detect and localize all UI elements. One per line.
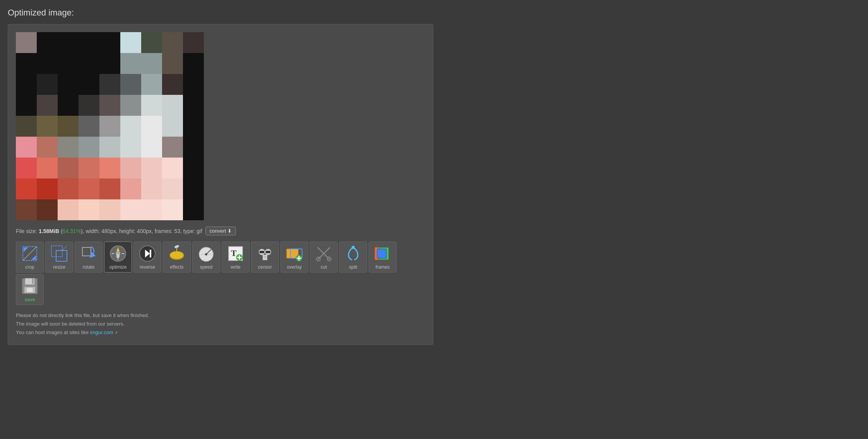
pixel-cell (79, 116, 99, 137)
pixel-cell (120, 116, 141, 137)
tool-resize-button[interactable]: resize (45, 242, 73, 273)
pixel-cell (183, 53, 204, 74)
pixel-cell (162, 178, 183, 199)
pixel-cell (99, 178, 120, 199)
pixel-cell (141, 199, 162, 220)
svg-rect-57 (27, 288, 33, 292)
tool-reverse-label: reverse (140, 264, 155, 270)
pixel-cell (79, 158, 99, 178)
pixel-cell (162, 95, 183, 116)
tool-save-button[interactable]: save (16, 274, 44, 305)
pixel-cell (58, 199, 79, 220)
pixel-cell (16, 74, 37, 95)
pixel-cell (79, 53, 99, 74)
tool-split-label: split (349, 264, 357, 270)
overlay-icon (285, 244, 304, 263)
pixel-cell (162, 199, 183, 220)
pixel-cell (183, 74, 204, 95)
pixel-cell (99, 116, 120, 137)
svg-rect-37 (266, 251, 270, 253)
pixel-cell (99, 158, 120, 178)
svg-point-23 (174, 245, 179, 249)
pixel-cell (99, 53, 120, 74)
svg-point-21 (170, 251, 184, 259)
pixel-cell (79, 199, 99, 220)
svg-point-15 (116, 254, 120, 258)
pixel-cell (120, 178, 141, 199)
optimize-icon (109, 244, 127, 263)
tool-censor-button[interactable]: censor (251, 242, 279, 273)
image-type: gif (196, 228, 202, 234)
tools-row: cropresizerotateoptimizereverseeffectssp… (16, 242, 425, 305)
tool-effects-button[interactable]: effects (163, 242, 191, 273)
notice-line2: The image will soon be deleted from our … (16, 320, 425, 328)
notice-text: Please do not directly link this file, b… (16, 311, 425, 337)
pixel-cell (183, 178, 204, 199)
svg-rect-55 (32, 278, 34, 284)
pixel-cell (183, 137, 204, 158)
pixel-cell (37, 32, 58, 53)
crop-icon (21, 244, 39, 263)
convert-button[interactable]: convert ⬇ (205, 226, 236, 235)
pixel-cell (141, 178, 162, 199)
pixel-cell (183, 158, 204, 178)
tool-overlay-label: overlay (287, 264, 302, 270)
tool-frames-button[interactable]: frames (369, 242, 396, 273)
svg-rect-52 (377, 249, 386, 258)
tool-optimize-button[interactable]: optimize (104, 242, 132, 273)
pixel-cell (58, 137, 79, 158)
effects-icon (167, 244, 186, 263)
pixel-cell (183, 199, 204, 220)
tool-speed-button[interactable]: speed (192, 242, 220, 273)
optimized-image (16, 32, 204, 220)
pixel-cell (120, 158, 141, 178)
pixel-cell (183, 32, 204, 53)
page-title: Optimized image: (8, 8, 860, 18)
tool-save-label: save (25, 297, 35, 302)
tool-resize-label: resize (53, 264, 65, 270)
split-icon (344, 244, 362, 263)
svg-marker-3 (31, 255, 36, 260)
write-icon: T (226, 244, 245, 263)
pixel-cell (120, 95, 141, 116)
pixel-cell (37, 178, 58, 199)
tool-cut-button[interactable]: cut (310, 242, 338, 273)
tool-speed-label: speed (200, 264, 213, 270)
size-reduction: 64.31% (63, 228, 81, 234)
tool-overlay-button[interactable]: overlay (280, 242, 308, 273)
pixel-cell (58, 74, 79, 95)
tool-cut-label: cut (321, 264, 327, 270)
svg-rect-5 (56, 250, 67, 261)
pixel-cell (16, 199, 37, 220)
tool-censor-label: censor (258, 264, 272, 270)
pixel-cell (16, 53, 37, 74)
pixel-cell (58, 53, 79, 74)
pixel-cell (120, 53, 141, 74)
imgur-link[interactable]: imgur.com (90, 329, 113, 335)
pixel-cell (79, 178, 99, 199)
tool-write-button[interactable]: Twrite (222, 242, 249, 273)
frame-count: 53 (174, 228, 180, 234)
tool-effects-label: effects (170, 264, 183, 270)
tool-split-button[interactable]: split (339, 242, 367, 273)
tool-write-label: write (231, 264, 240, 270)
pixel-cell (141, 32, 162, 53)
external-link-icon: ↗ (114, 331, 118, 335)
svg-rect-36 (260, 251, 264, 253)
svg-line-6 (62, 246, 67, 250)
pixel-cell (141, 74, 162, 95)
pixel-cell (58, 95, 79, 116)
tool-crop-button[interactable]: crop (16, 242, 44, 273)
pixel-cell (79, 95, 99, 116)
pixel-cell (162, 32, 183, 53)
image-width: 480px (101, 228, 116, 234)
pixel-cell (162, 116, 183, 137)
pixel-cell (162, 74, 183, 95)
pixel-cell (79, 74, 99, 95)
tool-rotate-button[interactable]: rotate (75, 242, 103, 273)
pixel-cell (58, 116, 79, 137)
pixel-cell (37, 158, 58, 178)
tool-reverse-button[interactable]: reverse (133, 242, 161, 273)
save-icon (21, 277, 39, 295)
pixel-cell (99, 95, 120, 116)
